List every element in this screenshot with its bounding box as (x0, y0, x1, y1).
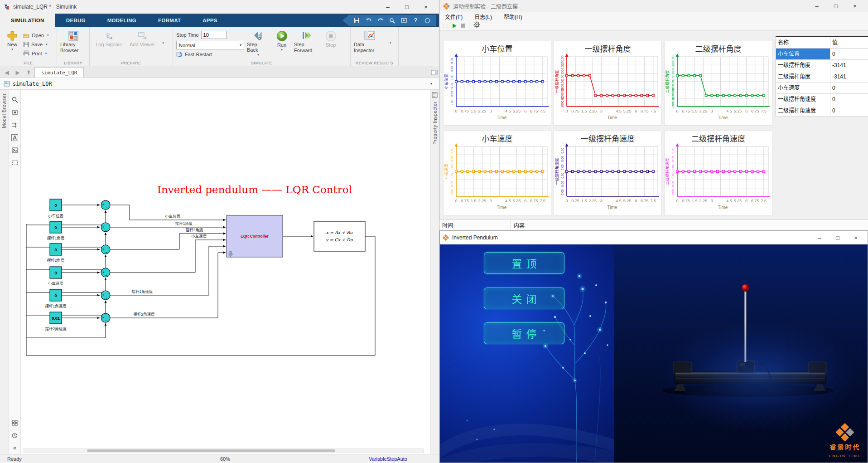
pendulum-close-button[interactable]: × (847, 231, 865, 244)
pin-top-button[interactable]: 置顶 (484, 252, 564, 274)
menu-help[interactable]: 帮助(H) (504, 13, 522, 20)
sum-block[interactable]: +− (101, 313, 110, 323)
table-row[interactable]: 小车位置0 (776, 49, 868, 60)
stop-button[interactable]: Stop (321, 29, 340, 48)
app-minimize-button[interactable]: – (807, 0, 826, 13)
tab-apps[interactable]: APPS (192, 14, 228, 27)
sum-block[interactable]: +− (101, 268, 110, 278)
save-button[interactable]: Save▾ (23, 40, 48, 48)
grid-view-icon[interactable] (11, 419, 19, 426)
canvas-hscrollbar-thumb[interactable] (87, 449, 335, 452)
table-cell-name[interactable]: 一级摆杆角度 (776, 60, 830, 71)
run-button[interactable]: Run ▾ (271, 29, 292, 52)
table-cell-value[interactable]: 0 (830, 105, 868, 116)
stop-experiment-icon[interactable] (461, 24, 465, 28)
stop-time-input[interactable] (201, 31, 227, 39)
app-close-button[interactable]: × (845, 0, 864, 13)
state-space-block[interactable]: ẋ = Ax + Buy = Cx + Du (314, 221, 365, 251)
document-tab[interactable]: simulate_LQR (34, 67, 84, 78)
undo-icon[interactable] (365, 17, 372, 24)
table-header-name[interactable]: 名称 (776, 37, 830, 48)
pause-button[interactable]: 暂停 (484, 322, 564, 344)
close-button[interactable]: × (416, 0, 435, 14)
table-cell-name[interactable]: 二级摆杆角速度 (776, 105, 830, 116)
table-cell-value[interactable]: 0 (830, 49, 868, 59)
new-button[interactable]: New ▾ (3, 29, 21, 51)
print-button[interactable]: Print▾ (23, 49, 48, 57)
new-caret-icon[interactable]: ▾ (11, 48, 13, 51)
table-cell-name[interactable]: 二级摆杆角度 (776, 71, 830, 82)
start-experiment-icon[interactable] (453, 24, 457, 28)
minimize-button[interactable]: – (378, 0, 397, 14)
area-box-icon[interactable] (11, 159, 19, 166)
step-forward-button[interactable]: Step Forward (294, 29, 319, 53)
tab-simulation[interactable]: SIMULATION (0, 14, 55, 27)
fit-view-icon[interactable] (11, 109, 19, 116)
canvas-hscrollbar[interactable] (23, 448, 424, 453)
sum-block[interactable]: +− (101, 245, 110, 254)
app-maximize-button[interactable]: □ (826, 0, 845, 13)
constant-block[interactable]: 0小车速度 (48, 267, 64, 286)
prepare-more-caret-icon[interactable]: ▾ (160, 29, 166, 57)
constant-block[interactable]: 0小车位置 (48, 199, 64, 218)
table-cell-name[interactable]: 小车速度 (776, 83, 830, 93)
lqr-controller-block[interactable]: LQR Controller (227, 215, 283, 257)
data-inspector-button[interactable]: Data Inspector (354, 29, 386, 53)
tab-format[interactable]: FORMAT (147, 14, 192, 27)
table-cell-value[interactable]: -3141 (830, 60, 868, 71)
sum-block[interactable]: +− (101, 291, 110, 300)
history-icon[interactable] (11, 432, 19, 439)
table-row[interactable]: 一级摆杆角度-3141 (776, 60, 868, 71)
sum-block[interactable]: +− (101, 223, 110, 232)
maximize-button[interactable]: □ (397, 0, 416, 14)
table-row[interactable]: 二级摆杆角速度0 (776, 105, 868, 117)
save-icon[interactable] (353, 17, 360, 24)
log-signals-button[interactable]: Log Signals (93, 29, 125, 48)
screenshot-icon[interactable] (400, 17, 407, 24)
signal-routing-icon[interactable] (11, 122, 19, 129)
sum-block[interactable]: +− (101, 200, 110, 210)
step-back-button[interactable]: Step Back ▾ (247, 29, 270, 57)
model-browser-strip[interactable]: Model Browser (0, 90, 9, 454)
constant-block[interactable]: 0摆杆2角度 (47, 244, 65, 263)
add-viewer-button[interactable]: Add Viewer (126, 29, 158, 48)
review-more-caret-icon[interactable]: ▾ (387, 29, 394, 57)
table-header-value[interactable]: 值 (830, 37, 868, 48)
table-cell-name[interactable]: 小车位置 (776, 49, 830, 59)
table-cell-value[interactable]: 0 (830, 83, 868, 93)
status-solver[interactable]: VariableStepAuto (369, 456, 407, 462)
search-icon[interactable] (389, 17, 395, 24)
nav-up-icon[interactable]: ⬆ (24, 68, 34, 78)
table-cell-name[interactable]: 一级摆杆角速度 (776, 94, 830, 105)
pendulum-maximize-button[interactable]: □ (829, 231, 847, 244)
image-icon[interactable] (11, 146, 19, 154)
tab-modeling[interactable]: MODELING (96, 14, 147, 27)
open-button[interactable]: Open▾ (23, 31, 48, 39)
fast-restart-toggle[interactable]: Fast Restart (176, 51, 245, 57)
breadcrumb-caret-icon[interactable]: ▾ (427, 82, 435, 86)
constant-block[interactable]: 0摆杆1角度 (47, 221, 65, 240)
sync-icon[interactable] (424, 17, 431, 24)
table-cell-value[interactable]: -3141 (830, 71, 868, 82)
table-row[interactable]: 一级摆杆角速度0 (776, 94, 868, 105)
tab-debug[interactable]: DEBUG (55, 14, 96, 27)
constant-block[interactable]: 0摆杆1角速度 (45, 289, 67, 308)
pendulum-minimize-button[interactable]: – (810, 231, 829, 244)
collapse-panel-button[interactable]: « (13, 444, 16, 451)
nav-forward-icon[interactable]: ▶ (13, 68, 23, 78)
nav-back-icon[interactable]: ◀ (2, 68, 12, 78)
help-icon[interactable]: ? (412, 17, 419, 24)
mode-select[interactable]: Normal▾ (176, 41, 244, 49)
redo-icon[interactable] (377, 17, 384, 24)
table-row[interactable]: 小车速度0 (776, 83, 868, 94)
settings-gear-icon[interactable] (473, 21, 480, 30)
model-canvas[interactable]: Inverted pendulum —— LQR Control小车位置摆杆1角… (21, 90, 430, 454)
library-browser-button[interactable]: Library Browser (60, 29, 86, 53)
menu-log[interactable]: 日志(L) (474, 13, 492, 20)
log-time-header[interactable]: 时间 (439, 219, 511, 230)
annotation-icon[interactable]: A (11, 134, 18, 141)
zoom-icon[interactable] (11, 96, 19, 103)
menu-file[interactable]: 文件(F) (445, 13, 463, 20)
constant-block[interactable]: 0.01摆杆2角速度 (45, 312, 67, 331)
log-content-header[interactable]: 内容 (511, 219, 868, 230)
